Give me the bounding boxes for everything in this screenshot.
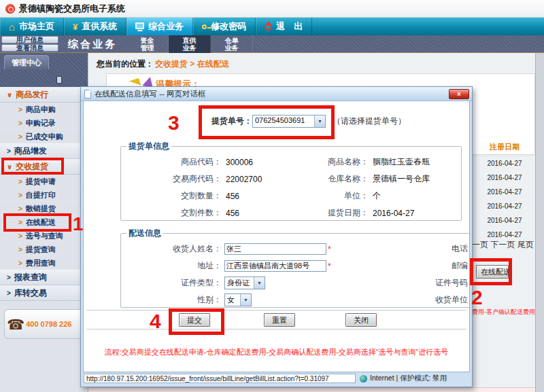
close-button[interactable]: 关闭 [345,313,377,327]
table-row: 2016-04-27 [474,213,535,228]
dialog-titlebar: 在线配送信息填写 -- 网页对话框 × [81,87,472,101]
app-logo-icon [5,4,15,14]
dialog-close-button[interactable]: × [449,89,469,99]
bill-number-select[interactable]: 076254503691 ▼ [252,115,326,128]
info-row: 交易商代码：22002700 仓库名称：景德镇一号仓库 [121,171,461,188]
window-right-edge [535,53,544,392]
form-row: 性别： 女▼ 收货单位： [121,291,470,308]
column-header: 注册日期 [474,139,535,156]
status-zone: Internet | 保护模式: 禁用 [370,374,447,383]
chevron-down-icon: ▼ [240,294,251,306]
divider [86,329,466,329]
online-delivery-dialog: 在线配送信息填写 -- 网页对话框 × 提货单号： 076254503691 ▼… [80,86,473,387]
bill-number-row: 提货单号： 076254503691 ▼ （请选择提货单号） [211,115,406,128]
tab-direct-supply-business[interactable]: 直供 业务 [169,35,211,53]
table-row: 2016-04-27 [474,199,535,213]
form-row: 地址： * 邮编： * [121,257,470,274]
sidebar: 管理中心 ∨商品发行 >商品申购 >申购记录 >已成交申购 >商品增发 ∨交收提… [0,53,88,392]
sidebar-item-product-additional-issue[interactable]: >商品增发 [0,143,88,159]
info-row: 商品代码：300006 商品名称：胭脂红玉壶春瓶 [121,154,461,171]
flow-text-fragment: 费用-客户确认配送费用-选 [472,308,536,317]
app-window: 景德镇陶瓷交易所电子系统 ⌂ 市场主页 ¥ 直供系统 综合业务 修改密码 退 出… [0,0,544,392]
home-icon: ⌂ [9,22,15,32]
dialog-title: 在线配送信息填写 -- 网页对话框 [95,89,206,99]
status-url: http://180.97.15.200:16952/issue_front/i… [84,374,356,383]
sidebar-item-pickup-apply[interactable]: >提货申请 [0,175,88,188]
monitor-icon [135,22,144,29]
breadcrumb: 您当前的位置：交收提货 > 在线配送 [97,58,230,70]
sidebar-tab-admin-center[interactable]: 管理中心 [4,55,49,69]
breadcrumb-path: 交收提货 > 在线配送 [155,59,230,69]
phone-icon: ☎ [7,317,24,332]
online-delivery-button[interactable]: 在线配送 [476,265,509,279]
chevron-down-icon: ▼ [314,115,325,127]
tab-funds-management[interactable]: 资金 管理 [126,35,169,53]
hotline-number: 400 0798 226 [26,320,71,328]
user-info-button[interactable]: 用户信息 [1,36,58,43]
info-row: 交割数量：456 单位：个 [121,188,461,204]
sidebar-item-completed-subscriptions[interactable]: >已成交申购 [0,130,88,143]
delivery-info-legend: 配送信息 [126,228,163,239]
delivery-info-fieldset: 配送信息 收货人姓名： * 电话： * 地址： * 邮编： * 证件类型： 身份… [120,228,470,308]
sidebar-item-subscribe-records[interactable]: >申购记录 [0,116,88,130]
main-nav: ⌂ 市场主页 ¥ 直供系统 综合业务 修改密码 退 出 [0,18,544,35]
bill-info-fieldset: 提货单信息 商品代码：300006 商品名称：胭脂红玉壶春瓶 交易商代码：220… [120,141,462,221]
window-titlebar: 景德镇陶瓷交易所电子系统 [0,0,544,18]
address-input[interactable] [224,260,326,272]
table-row: 2016-04-27 [474,185,535,199]
nav-item-market-home[interactable]: ⌂ 市场主页 [0,18,64,35]
nav-item-logout[interactable]: 退 出 [256,18,312,35]
key-icon [202,24,207,29]
nav-item-comprehensive-business[interactable]: 综合业务 [126,18,193,35]
process-flow-text: 流程:交易商提交在线配送申请-仓库确定配送费用-交易商确认配送费用-交易商选择“… [84,347,469,357]
clipboard-icon [56,76,62,84]
sidebar-item-warehouse-transfer[interactable]: >库转交易 [0,285,88,301]
register-date-column: 注册日期 2016-04-27 2016-04-27 2016-04-27 20… [474,139,535,242]
form-row: 收货人姓名： * 电话： * [121,240,470,257]
page-footer-strip [88,387,535,392]
sidebar-item-fee-query[interactable]: >费用查询 [0,256,88,270]
section-label: 综合业务 [68,35,117,53]
nav-item-direct-supply[interactable]: ¥ 直供系统 [64,18,126,35]
chevron-down-icon: ▼ [254,277,265,289]
receiver-name-input[interactable] [224,243,326,255]
form-row: 证件类型： 身份证▼ 证件号码： [121,274,470,291]
view-messages-button[interactable]: 查看消息 [1,44,58,52]
id-type-select[interactable]: 身份证▼ [224,277,265,289]
sidebar-item-online-delivery[interactable]: >在线配送 [0,215,88,229]
sidebar-item-product-subscribe[interactable]: >商品申购 [0,103,88,116]
pagination[interactable]: 上一页 下一页 尾页 到 [464,239,544,251]
nav-item-change-password[interactable]: 修改密码 [193,18,256,35]
table-row: 2016-04-27 [474,171,535,185]
gender-select[interactable]: 女▼ [224,293,252,306]
required-asterisk: * [328,262,333,271]
sidebar-item-delivery-pickup[interactable]: ∨交收提货 [0,159,88,175]
power-icon [265,23,272,31]
sidebar-header: 管理中心 [0,53,88,87]
sidebar-item-self-pickup-print[interactable]: >自提打印 [0,188,88,202]
bill-info-legend: 提货单信息 [126,141,171,152]
bill-number-label: 提货单号： [211,115,252,127]
sidebar-item-pickup-query[interactable]: >提货查询 [0,243,88,256]
required-asterisk: * [328,245,333,254]
submit-button[interactable]: 提交 [179,313,210,327]
bill-number-hint: （请选择提货单号） [333,115,406,127]
dialog-body: 提货单号： 076254503691 ▼ （请选择提货单号） 提货单信息 商品代… [83,101,470,372]
window-title: 景德镇陶瓷交易所电子系统 [19,3,125,15]
document-icon [84,90,91,99]
divider [86,310,466,310]
sidebar-item-number-select-query[interactable]: >选号与查询 [0,229,88,243]
currency-icon: ¥ [73,22,78,31]
sidebar-item-report-query[interactable]: >报表查询 [0,270,88,285]
table-row: 2016-04-27 [474,156,535,171]
sidebar-menu: ∨商品发行 >商品申购 >申购记录 >已成交申购 >商品增发 ∨交收提货 >提货… [0,87,88,301]
globe-icon [360,375,367,382]
sidebar-item-retail-pickup[interactable]: >散销提货 [0,202,88,215]
info-row: 交割件数：456 提货日期：2016-04-27 [121,204,461,221]
hotline-badge: ☎ 400 0798 226 [4,309,84,339]
tab-warehouse-receipt-business[interactable]: 仓单 业务 [211,35,253,53]
sidebar-item-product-issue[interactable]: ∨商品发行 [0,87,88,103]
reset-button[interactable]: 重置 [264,313,295,327]
dialog-statusbar: http://180.97.15.200:16952/issue_front/i… [83,372,470,384]
sub-nav: 用户信息 查看消息 综合业务 资金 管理 直供 业务 仓单 业务 [0,35,544,53]
